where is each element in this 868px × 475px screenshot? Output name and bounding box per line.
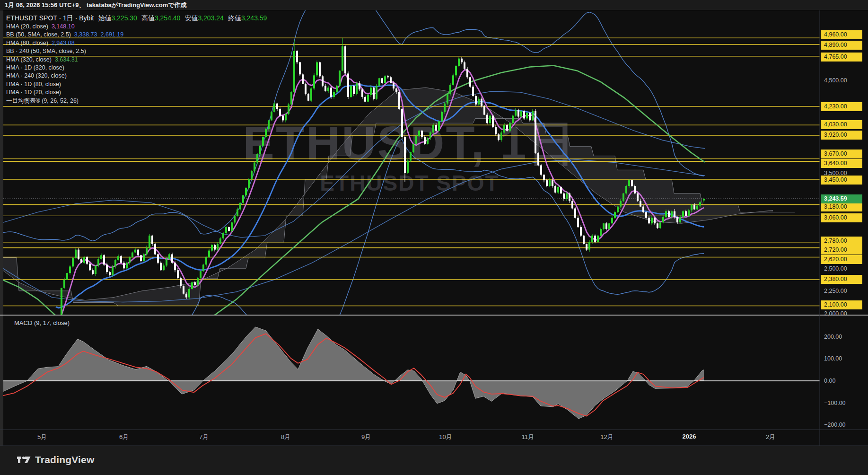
candle-up — [557, 187, 559, 193]
candle-down — [594, 236, 596, 242]
candle-down — [483, 106, 485, 115]
candle-up — [75, 250, 77, 258]
candle-up — [219, 238, 221, 244]
indicator-row[interactable]: HMA · 1D (20, close) — [6, 88, 267, 97]
candle-up — [662, 217, 664, 222]
candle-down — [393, 83, 395, 88]
candle-down — [552, 180, 553, 186]
indicator-label: HMA · 240 (320, close) — [6, 72, 67, 79]
candle-up — [336, 86, 338, 92]
candle-down — [634, 186, 636, 194]
candle-down — [693, 205, 695, 210]
candle-up — [168, 255, 170, 259]
candle-down — [359, 83, 360, 89]
candle-up — [273, 104, 275, 112]
indicator-row[interactable]: HMA (320, close)3,634.31 — [6, 56, 267, 64]
candle-up — [427, 138, 429, 144]
candle-down — [177, 270, 179, 278]
candle-up — [342, 46, 343, 70]
candle-down — [390, 77, 392, 83]
indicator-row[interactable]: BB (50, SMA, close, 2.5)3,338.732,691.19 — [6, 31, 267, 39]
candle-down — [466, 69, 468, 78]
candle-down — [642, 207, 644, 212]
candle-up — [100, 255, 102, 259]
candle-up — [191, 282, 193, 289]
candle-up — [549, 180, 551, 186]
indicator-label: HMA · 1D (320, close) — [6, 64, 64, 71]
candle-up — [333, 92, 335, 97]
candle-up — [163, 265, 165, 270]
candle-up — [239, 203, 241, 210]
candle-up — [248, 179, 250, 188]
candle-up — [620, 201, 622, 207]
candle-up — [432, 125, 434, 132]
candle-down — [279, 109, 281, 116]
candle-down — [657, 223, 658, 228]
candle-up — [591, 236, 593, 242]
candle-down — [401, 109, 403, 137]
tradingview-brand-text: TradingView — [35, 454, 95, 466]
candle-down — [185, 294, 187, 298]
candle-down — [577, 218, 579, 227]
candle-down — [86, 257, 88, 264]
candle-up — [410, 152, 412, 161]
symbol-title-row[interactable]: ETHUSDT SPOT · 1日 · Bybit始値3,225.30高値3,2… — [6, 14, 267, 23]
candle-up — [699, 202, 701, 206]
candle-down — [103, 255, 105, 265]
candle-down — [398, 92, 400, 109]
indicator-row[interactable]: HMA (80, close)2,943.08 — [6, 39, 267, 47]
candle-up — [600, 229, 602, 236]
candle-up — [242, 195, 244, 203]
top-info-bar: 1月 06, 2026 15:56 UTC+9、 takatabaがTradin… — [0, 0, 868, 10]
candle-up — [231, 222, 233, 231]
candle-down — [157, 255, 159, 263]
indicator-label: BB (50, SMA, close, 2.5) — [6, 31, 71, 38]
candle-up — [603, 223, 605, 229]
candle-up — [438, 121, 440, 131]
tradingview-chart-window: 1月 06, 2026 15:56 UTC+9、 takatabaがTradin… — [0, 0, 868, 475]
candle-up — [367, 95, 369, 102]
candle-down — [276, 104, 278, 109]
candle-up — [293, 51, 295, 92]
candle-down — [305, 84, 307, 94]
candle-up — [83, 257, 85, 263]
candle-down — [381, 78, 383, 83]
candle-up — [688, 211, 690, 216]
macd-legend-label[interactable]: MACD (9, 17, close) — [14, 319, 70, 326]
indicator-row[interactable]: BB · 240 (50, SMA, close, 2.5) — [6, 47, 267, 55]
indicator-row[interactable]: 一目均衡表® (9, 26, 52, 26) — [6, 97, 267, 105]
candle-down — [421, 131, 423, 137]
candle-up — [489, 116, 491, 123]
candle-down — [583, 236, 585, 244]
indicator-row[interactable]: HMA · 1D (80, close) — [6, 80, 267, 88]
candle-down — [322, 76, 324, 86]
candle-down — [481, 99, 482, 106]
candle-down — [395, 88, 397, 92]
candle-down — [435, 125, 437, 131]
indicator-row[interactable]: HMA · 240 (320, close) — [6, 72, 267, 80]
candle-up — [134, 250, 136, 253]
macd-histogram-area — [0, 327, 704, 419]
indicator-value: 3,634.31 — [55, 56, 78, 63]
macd-pane[interactable] — [0, 327, 820, 419]
candle-down — [645, 212, 647, 218]
indicator-row[interactable]: HMA (20, close)3,148.10 — [6, 23, 267, 31]
candle-down — [472, 87, 474, 96]
candle-down — [120, 256, 122, 263]
indicator-value: 2,943.08 — [52, 40, 75, 46]
ohlc-value: 3,254.40 — [155, 14, 181, 22]
candle-down — [171, 255, 173, 263]
candle-down — [517, 110, 519, 117]
candle-down — [540, 165, 542, 175]
candle-up — [509, 123, 511, 131]
tradingview-logo[interactable]: TradingView — [17, 454, 95, 466]
candle-up — [526, 113, 528, 119]
candle-down — [89, 264, 91, 270]
candle-down — [109, 272, 111, 275]
candle-down — [361, 89, 363, 97]
indicator-label: BB · 240 (50, SMA, close, 2.5) — [6, 48, 86, 54]
candle-up — [356, 83, 358, 94]
candle-down — [637, 194, 639, 201]
indicator-row[interactable]: HMA · 1D (320, close) — [6, 64, 267, 72]
candle-up — [268, 120, 270, 129]
